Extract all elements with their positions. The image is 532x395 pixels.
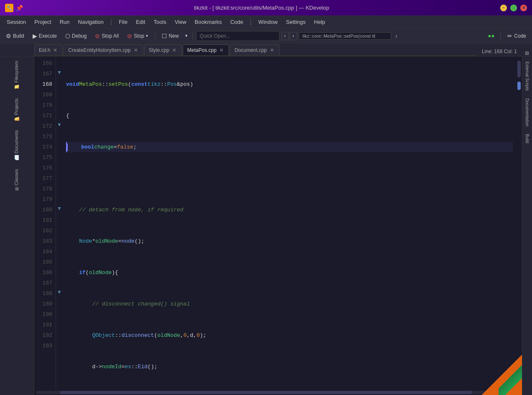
stopall-icon: ⊘ xyxy=(95,33,100,39)
vscroll-thumb[interactable] xyxy=(517,82,521,90)
nav-arrows: ‹ › xyxy=(281,32,297,40)
tab-style[interactable]: Style.cpp ✕ xyxy=(144,44,182,55)
line-num-175: 175 xyxy=(34,152,52,163)
new-button[interactable]: ☐ New xyxy=(158,31,182,41)
line-num-187: 187 xyxy=(34,278,52,288)
sidebar-documents[interactable]: 📄 Documents xyxy=(0,126,34,165)
fold-button-180[interactable]: ▼ xyxy=(57,205,62,211)
quick-open-input[interactable] xyxy=(196,31,280,41)
menu-edit[interactable]: Edit xyxy=(132,18,148,26)
line-num-168: 168 xyxy=(34,79,52,90)
line-num-174: 174 xyxy=(34,142,52,152)
tab-eid[interactable]: Eid.h ✕ xyxy=(34,44,63,55)
menu-navigation[interactable]: Navigation xyxy=(75,18,107,26)
line-num-178: 178 xyxy=(34,184,52,194)
horizontal-scrollbar[interactable] xyxy=(34,390,522,395)
menu-run[interactable]: Run xyxy=(56,18,73,26)
right-tab-documentation[interactable]: Documentation xyxy=(524,95,530,130)
line-num-190: 190 xyxy=(34,309,52,320)
fold-169 xyxy=(56,88,63,98)
debug-button[interactable]: ⬡ Debug xyxy=(62,31,90,41)
menu-project[interactable]: Project xyxy=(31,18,54,26)
code-line-170: // detach from node, if required xyxy=(66,205,513,215)
menu-session[interactable]: Session xyxy=(3,18,29,26)
tab-eid-label: Eid.h xyxy=(39,47,50,53)
tab-style-close[interactable]: ✕ xyxy=(171,47,177,53)
line-num-166: 166 xyxy=(34,58,52,69)
menu-code[interactable]: Code xyxy=(227,18,247,26)
line-num-169: 169 xyxy=(34,90,52,100)
menu-sep1: | xyxy=(109,18,114,26)
close-button[interactable]: ✕ xyxy=(520,5,527,11)
tab-style-label: Style.cpp xyxy=(149,47,169,53)
fold-178 xyxy=(56,182,63,192)
build-button[interactable]: ⚙ Build xyxy=(3,31,28,41)
new-chevron-icon[interactable]: ▾ xyxy=(184,32,189,40)
stop-button[interactable]: ⊘ Stop ▾ xyxy=(124,31,151,41)
menubar: Session Project Run Navigation | File Ed… xyxy=(0,16,532,28)
maximize-button[interactable]: □ xyxy=(510,5,517,11)
line-num-176: 176 xyxy=(34,163,52,173)
code-line-171: Node * oldNode = node(); xyxy=(66,236,513,246)
menu-help[interactable]: Help xyxy=(311,18,328,26)
fold-186 xyxy=(56,266,63,276)
titlebar: 🔧 📌 tikzkit - [ tikzkit:src/core/utils/M… xyxy=(0,0,532,16)
fold-button-167[interactable]: ▼ xyxy=(57,69,62,75)
stop-chevron-icon: ▾ xyxy=(146,33,148,38)
fold-button-172[interactable]: ▼ xyxy=(57,122,62,128)
toolbar: ⚙ Build ▶ Execute ⬡ Debug ⊘ Stop All ⊘ S… xyxy=(0,28,532,44)
nav-back-button[interactable]: ‹ xyxy=(281,32,289,40)
right-panel: External Scripts Documentation Build xyxy=(522,56,532,395)
minimize-button[interactable]: − xyxy=(500,5,507,11)
tab-metapos-close[interactable]: ✕ xyxy=(219,47,224,53)
sidebar-projects[interactable]: 📂 Projects xyxy=(0,94,34,126)
menu-settings[interactable]: Settings xyxy=(283,18,309,26)
execute-button[interactable]: ▶ Execute xyxy=(29,31,60,41)
tab-createentity[interactable]: CreateEntityHistoryItem.cpp ✕ xyxy=(64,44,143,55)
sidebar-classes[interactable]: ⊞ Classes xyxy=(0,165,34,195)
stop-icon: ⊘ xyxy=(127,33,132,39)
more-icon[interactable]: › xyxy=(393,31,400,41)
sidebar-filesystem[interactable]: 📁 Filesystem xyxy=(0,56,34,94)
tab-document-label: Document.cpp xyxy=(234,47,267,53)
hscroll-thumb[interactable] xyxy=(60,391,472,394)
menu-bookmarks[interactable]: Bookmarks xyxy=(191,18,225,26)
menu-window[interactable]: Window xyxy=(255,18,281,26)
right-tab-build[interactable]: Build xyxy=(524,131,530,146)
tab-eid-close[interactable]: ✕ xyxy=(52,47,58,53)
line-num-181: 181 xyxy=(34,215,52,226)
code-line-172: if (oldNode) { xyxy=(66,267,513,278)
code-mode-button[interactable]: ✏ Code xyxy=(504,31,529,41)
right-tab-external-scripts[interactable]: External Scripts xyxy=(524,58,530,94)
fold-190 xyxy=(56,308,63,318)
fold-175 xyxy=(56,151,63,161)
tab-document[interactable]: Document.cpp ✕ xyxy=(230,44,279,55)
vertical-scrollbar[interactable] xyxy=(516,56,522,390)
line-num-172: 172 xyxy=(34,121,52,131)
filesystem-icon: 📁 xyxy=(14,85,19,90)
nav-forward-button[interactable]: › xyxy=(290,32,297,40)
code-editor[interactable]: void MetaPos::setPos(const tikz::Pos & p… xyxy=(63,56,516,390)
stopall-button[interactable]: ⊘ Stop All xyxy=(92,31,122,41)
tab-metapos[interactable]: MetaPos.cpp ✕ xyxy=(183,44,229,55)
fold-174 xyxy=(56,140,63,151)
tab-document-close[interactable]: ✕ xyxy=(269,47,275,53)
fold-191 xyxy=(56,318,63,328)
fold-button-188[interactable]: ▼ xyxy=(57,289,62,295)
line-num-183: 183 xyxy=(34,236,52,246)
panel-toggle-icon: ⊞ xyxy=(525,50,529,56)
menu-file[interactable]: File xyxy=(115,18,131,26)
panel-toggle[interactable]: ⊞ xyxy=(522,50,532,56)
line-num-170: 170 xyxy=(34,100,52,110)
line-num-191: 191 xyxy=(34,320,52,330)
fold-179 xyxy=(56,192,63,203)
menu-sep2: | xyxy=(248,18,253,26)
fold-176 xyxy=(56,161,63,172)
line-num-185: 185 xyxy=(34,257,52,267)
pin-icon[interactable]: 📌 xyxy=(16,5,23,11)
tab-createentity-close[interactable]: ✕ xyxy=(133,47,139,53)
line-num-180: 180 xyxy=(34,205,52,215)
menu-tools[interactable]: Tools xyxy=(150,18,170,26)
line-num-171: 171 xyxy=(34,110,52,121)
menu-view[interactable]: View xyxy=(171,18,190,26)
